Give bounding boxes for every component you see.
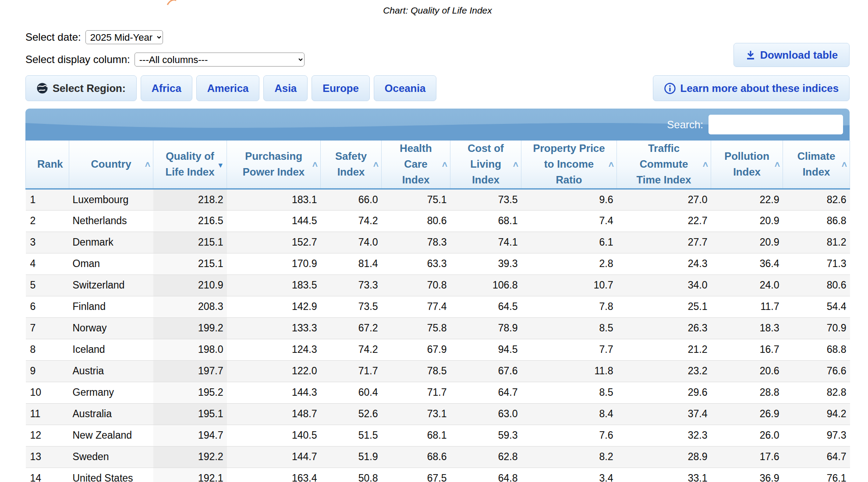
value-cell: 60.4 — [321, 382, 382, 403]
region-filter-row: Select Region: Africa America Asia Europ… — [25, 75, 436, 101]
page-title: Chart: Quality of Life Index — [25, 5, 850, 16]
value-cell: 29.6 — [617, 382, 711, 403]
sort-asc-icon — [513, 159, 518, 169]
select-region-button[interactable]: Select Region: — [25, 75, 137, 101]
value-cell: 74.2 — [321, 339, 382, 360]
column-header-quality-of-life-index[interactable]: Quality of Life Index — [153, 141, 227, 189]
value-cell: 52.6 — [321, 403, 382, 425]
sort-desc-icon — [217, 159, 224, 169]
value-cell: 218.2 — [153, 189, 227, 210]
download-table-button[interactable]: Download table — [733, 43, 850, 67]
region-button-oceania[interactable]: Oceania — [374, 75, 436, 101]
table-row: 7Norway199.2133.367.275.878.98.526.318.3… — [26, 317, 850, 339]
value-cell: 28.9 — [617, 446, 711, 468]
value-cell: 8.4 — [521, 403, 617, 425]
value-cell: 59.3 — [450, 425, 521, 446]
select-region-label: Select Region: — [53, 82, 126, 95]
table-header-band: Search: — [25, 109, 850, 141]
value-cell: 152.7 — [227, 232, 321, 253]
value-cell: 122.0 — [227, 360, 321, 382]
value-cell: 7.4 — [521, 210, 617, 232]
value-cell: 10.7 — [521, 274, 617, 296]
country-cell: Norway — [69, 317, 153, 339]
column-header-health-care-index[interactable]: Health Care Index — [382, 141, 450, 189]
search-label: Search: — [667, 119, 703, 131]
value-cell: 133.3 — [227, 317, 321, 339]
sort-asc-icon — [373, 159, 379, 169]
sort-asc-icon — [775, 159, 780, 169]
rank-cell: 4 — [26, 253, 69, 274]
value-cell: 94.5 — [450, 339, 521, 360]
value-cell: 80.6 — [382, 210, 450, 232]
country-cell: Luxembourg — [69, 189, 153, 210]
value-cell: 21.2 — [617, 339, 711, 360]
column-header-purchasing-power-index[interactable]: Purchasing Power Index — [227, 141, 321, 189]
sort-asc-icon — [609, 159, 614, 169]
learn-more-button[interactable]: Learn more about these indices — [653, 75, 850, 101]
table-row: 3Denmark215.1152.774.078.374.16.127.720.… — [26, 232, 850, 253]
display-column-select[interactable]: ---All columns--- — [135, 53, 305, 67]
value-cell: 51.9 — [321, 446, 382, 468]
value-cell: 7.8 — [521, 296, 617, 317]
search-input[interactable] — [709, 115, 843, 134]
rank-cell: 7 — [26, 317, 69, 339]
column-header-label: Rank — [37, 158, 63, 170]
value-cell: 20.6 — [711, 360, 783, 382]
column-header-traffic-commute-time-index[interactable]: Traffic Commute Time Index — [617, 141, 711, 189]
column-header-property-price-to-income-ratio[interactable]: Property Price to Income Ratio — [521, 141, 617, 189]
region-button-africa[interactable]: Africa — [141, 75, 192, 101]
country-cell: New Zealand — [69, 425, 153, 446]
value-cell: 208.3 — [153, 296, 227, 317]
value-cell: 39.3 — [450, 253, 521, 274]
country-cell: Switzerland — [69, 274, 153, 296]
value-cell: 81.4 — [321, 253, 382, 274]
column-header-safety-index[interactable]: Safety Index — [321, 141, 382, 189]
value-cell: 66.0 — [321, 189, 382, 210]
select-date-label: Select date: — [25, 31, 81, 43]
globe-icon — [36, 82, 48, 94]
value-cell: 68.6 — [382, 446, 450, 468]
region-button-europe[interactable]: Europe — [312, 75, 370, 101]
region-button-america[interactable]: America — [196, 75, 260, 101]
table-body: 1Luxembourg218.2183.166.075.173.59.627.0… — [26, 189, 850, 482]
value-cell: 144.5 — [227, 210, 321, 232]
rank-cell: 8 — [26, 339, 69, 360]
rank-cell: 2 — [26, 210, 69, 232]
value-cell: 25.1 — [617, 296, 711, 317]
value-cell: 27.7 — [617, 232, 711, 253]
country-cell: Netherlands — [69, 210, 153, 232]
value-cell: 37.4 — [617, 403, 711, 425]
column-header-climate-index[interactable]: Climate Index — [783, 141, 850, 189]
value-cell: 63.3 — [382, 253, 450, 274]
value-cell: 16.7 — [711, 339, 783, 360]
region-button-asia[interactable]: Asia — [263, 75, 308, 101]
column-header-rank[interactable]: Rank — [26, 141, 69, 189]
value-cell: 198.0 — [153, 339, 227, 360]
value-cell: 163.4 — [227, 468, 321, 482]
value-cell: 74.0 — [321, 232, 382, 253]
value-cell: 197.7 — [153, 360, 227, 382]
country-cell: Sweden — [69, 446, 153, 468]
table-row: 9Austria197.7122.071.778.567.611.823.220… — [26, 360, 850, 382]
column-header-cost-of-living-index[interactable]: Cost of Living Index — [450, 141, 521, 189]
select-date-row: Select date: 2025 Mid-Year — [25, 30, 163, 44]
value-cell: 81.2 — [783, 232, 850, 253]
date-select[interactable]: 2025 Mid-Year — [85, 30, 163, 44]
select-display-column-label: Select display column: — [25, 53, 130, 66]
value-cell: 94.2 — [783, 403, 850, 425]
value-cell: 68.1 — [450, 210, 521, 232]
value-cell: 183.5 — [227, 274, 321, 296]
value-cell: 73.1 — [382, 403, 450, 425]
value-cell: 67.5 — [382, 468, 450, 482]
table-row: 8Iceland198.0124.374.267.994.57.721.216.… — [26, 339, 850, 360]
column-header-country[interactable]: Country — [69, 141, 153, 189]
value-cell: 210.9 — [153, 274, 227, 296]
value-cell: 3.4 — [521, 468, 617, 482]
column-header-label: Climate Index — [797, 150, 836, 178]
country-cell: Iceland — [69, 339, 153, 360]
column-header-pollution-index[interactable]: Pollution Index — [711, 141, 783, 189]
value-cell: 51.5 — [321, 425, 382, 446]
country-cell: Germany — [69, 382, 153, 403]
value-cell: 67.2 — [321, 317, 382, 339]
value-cell: 33.1 — [617, 468, 711, 482]
